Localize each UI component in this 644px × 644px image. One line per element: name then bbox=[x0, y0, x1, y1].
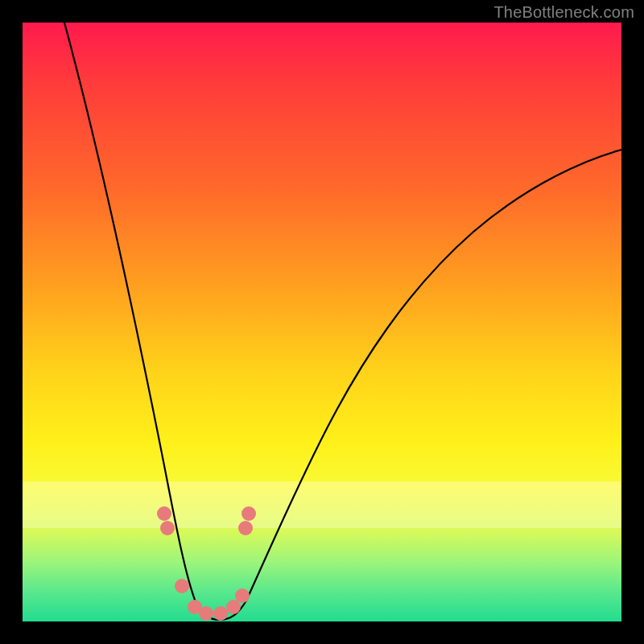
marker-dot bbox=[238, 521, 253, 535]
marker-dot bbox=[213, 606, 228, 621]
curve-layer bbox=[23, 23, 621, 621]
marker-dot bbox=[175, 579, 189, 593]
chart-frame: TheBottleneck.com bbox=[0, 0, 644, 644]
marker-group bbox=[157, 506, 256, 621]
marker-dot bbox=[199, 606, 213, 621]
marker-dot bbox=[226, 600, 241, 614]
plot-area bbox=[23, 23, 621, 621]
marker-dot bbox=[235, 588, 250, 603]
marker-dot bbox=[160, 521, 175, 535]
marker-dot bbox=[242, 506, 256, 521]
watermark-text: TheBottleneck.com bbox=[493, 3, 634, 22]
marker-dot bbox=[157, 506, 171, 521]
bottleneck-curve bbox=[64, 23, 621, 620]
